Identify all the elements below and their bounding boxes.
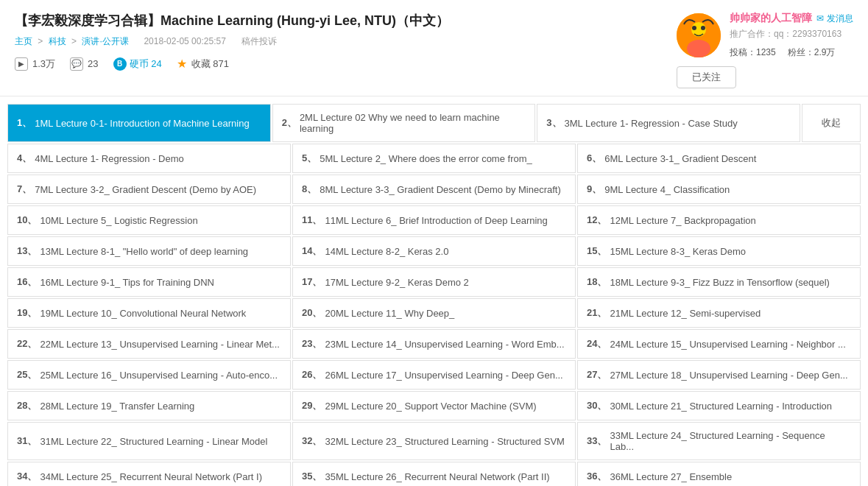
video-item-9[interactable]: 9、9ML Lecture 4_ Classification: [577, 175, 861, 204]
views-count: 1.3万: [32, 57, 55, 71]
coin-icon: B: [113, 57, 127, 71]
video-item-24[interactable]: 24、24ML Lecture 15_ Unsupervised Learnin…: [577, 329, 861, 359]
video-item-19[interactable]: 19、19ML Lecture 10_ Convolutional Neural…: [7, 298, 291, 328]
video-item-4[interactable]: 4、4ML Lecture 1- Regression - Demo: [7, 144, 291, 173]
meta-date: 2018-02-05 00:25:57: [144, 36, 225, 46]
user-card: 帅帅家的人工智障 ✉ 发消息 推广合作：qq：2293370163 投稿：123…: [677, 12, 853, 59]
user-info: 帅帅家的人工智障 ✉ 发消息 推广合作：qq：2293370163 投稿：123…: [730, 12, 853, 59]
follow-button[interactable]: 已关注: [677, 66, 736, 88]
video-item-14[interactable]: 14、14ML Lecture 8-2_ Keras 2.0: [292, 236, 576, 266]
coins-stat: B 硬币 24: [113, 57, 162, 71]
svg-point-3: [692, 26, 696, 30]
breadcrumb-category[interactable]: 演讲·公开课: [82, 36, 128, 46]
video-item-32[interactable]: 32、32ML Lecture 23_ Structured Learning …: [292, 422, 576, 460]
video-item-36[interactable]: 36、36ML Lecture 27_ Ensemble: [577, 462, 861, 486]
video-item-16[interactable]: 16、16ML Lecture 9-1_ Tips for Training D…: [7, 267, 291, 297]
video-item-25[interactable]: 25、25ML Lecture 16_ Unsupervised Learnin…: [7, 360, 291, 390]
video-item-3[interactable]: 3、 3ML Lecture 1- Regression - Case Stud…: [537, 104, 800, 142]
page-title: 【李宏毅深度学习合辑】Machine Learning (Hung-yi Lee…: [15, 12, 662, 29]
message-button[interactable]: ✉ 发消息: [816, 13, 853, 25]
video-item-20[interactable]: 20、20ML Lecture 11_ Why Deep_: [292, 298, 576, 328]
video-item-26[interactable]: 26、26ML Lecture 17_ Unsupervised Learnin…: [292, 360, 576, 390]
promo-text: 推广合作：qq：2293370163: [730, 28, 853, 40]
video-item-27[interactable]: 27、27ML Lecture 18_ Unsupervised Learnin…: [577, 360, 861, 390]
video-item-28[interactable]: 28、28ML Lecture 19_ Transfer Learning: [7, 391, 291, 420]
page-wrapper: 【李宏毅深度学习合辑】Machine Learning (Hung-yi Lee…: [0, 0, 868, 486]
username[interactable]: 帅帅家的人工智障: [730, 12, 812, 25]
posts-stat: 投稿：1235: [730, 46, 776, 59]
video-item-7[interactable]: 7、7ML Lecture 3-2_ Gradient Descent (Dem…: [7, 175, 291, 204]
user-sidebar: 帅帅家的人工智障 ✉ 发消息 推广合作：qq：2293370163 投稿：123…: [662, 12, 853, 88]
video-item-13[interactable]: 13、13ML Lecture 8-1_ "Hello world" of de…: [7, 236, 291, 266]
star-icon: ★: [177, 57, 187, 71]
video-item-22[interactable]: 22、22ML Lecture 13_ Unsupervised Learnin…: [7, 329, 291, 359]
collapse-button[interactable]: 收起: [802, 104, 861, 142]
fans-stat: 粉丝：2.9万: [788, 46, 836, 59]
video-item-15[interactable]: 15、15ML Lecture 8-3_ Keras Demo: [577, 236, 861, 266]
breadcrumb-tech[interactable]: 科技: [49, 36, 66, 46]
video-item-6[interactable]: 6、6ML Lecture 3-1_ Gradient Descent: [577, 144, 861, 173]
views-stat: ▶ 1.3万: [15, 57, 55, 71]
video-item-30[interactable]: 30、30ML Lecture 21_ Structured Learning …: [577, 391, 861, 420]
video-item-35[interactable]: 35、35ML Lecture 26_ Recurrent Neural Net…: [292, 462, 576, 486]
header-left: 【李宏毅深度学习合辑】Machine Learning (Hung-yi Lee…: [15, 12, 662, 71]
video-item-10[interactable]: 10、10ML Lecture 5_ Logistic Regression: [7, 205, 291, 235]
comments-count: 23: [88, 58, 98, 69]
video-section: 1、 1ML Lecture 0-1- Introduction of Mach…: [0, 96, 868, 486]
video-item-18[interactable]: 18、18ML Lecture 9-3_ Fizz Buzz in Tensor…: [577, 267, 861, 297]
video-item-11[interactable]: 11、11ML Lecture 6_ Brief Introduction of…: [292, 205, 576, 235]
comments-stat: 💬 23: [70, 57, 98, 71]
video-item-2[interactable]: 2、 2ML Lecture 02 Why we need to learn m…: [272, 104, 536, 142]
avatar[interactable]: [677, 13, 721, 57]
svg-point-2: [687, 40, 710, 57]
video-item-34[interactable]: 34、34ML Lecture 25_ Recurrent Neural Net…: [7, 462, 291, 486]
breadcrumb: 主页 > 科技 > 演讲·公开课 2018-02-05 00:25:57 稿件投…: [15, 35, 662, 48]
email-icon: ✉: [816, 13, 824, 24]
stats-bar: ▶ 1.3万 💬 23 B 硬币 24 ★ 收藏 871: [15, 57, 662, 71]
video-item-8[interactable]: 8、8ML Lecture 3-3_ Gradient Descent (Dem…: [292, 175, 576, 204]
video-item-1[interactable]: 1、 1ML Lecture 0-1- Introduction of Mach…: [7, 104, 271, 142]
video-item-31[interactable]: 31、31ML Lecture 22_ Structured Learning …: [7, 422, 291, 460]
video-item-12[interactable]: 12、12ML Lecture 7_ Backpropagation: [577, 205, 861, 235]
video-item-5[interactable]: 5、5ML Lecture 2_ Where does the error co…: [292, 144, 576, 173]
video-item-23[interactable]: 23、23ML Lecture 14_ Unsupervised Learnin…: [292, 329, 576, 359]
video-item-29[interactable]: 29、29ML Lecture 20_ Support Vector Machi…: [292, 391, 576, 420]
breadcrumb-home[interactable]: 主页: [15, 36, 32, 46]
svg-point-4: [701, 26, 705, 30]
play-icon: ▶: [15, 57, 28, 71]
coins-count: 硬币 24: [130, 57, 162, 71]
video-grid: 4、4ML Lecture 1- Regression - Demo5、5ML …: [7, 144, 861, 486]
video-item-21[interactable]: 21、21ML Lecture 12_ Semi-supervised: [577, 298, 861, 328]
favorites-count: 收藏 871: [191, 57, 229, 71]
header: 【李宏毅深度学习合辑】Machine Learning (Hung-yi Lee…: [0, 0, 868, 96]
comment-icon: 💬: [70, 57, 83, 71]
favorites-stat: ★ 收藏 871: [177, 57, 229, 71]
video-item-17[interactable]: 17、17ML Lecture 9-2_ Keras Demo 2: [292, 267, 576, 297]
video-item-33[interactable]: 33、33ML Lecture 24_ Structured Learning …: [577, 422, 861, 460]
report-link[interactable]: 稿件投诉: [241, 36, 277, 46]
user-stats: 投稿：1235 粉丝：2.9万: [730, 46, 853, 59]
